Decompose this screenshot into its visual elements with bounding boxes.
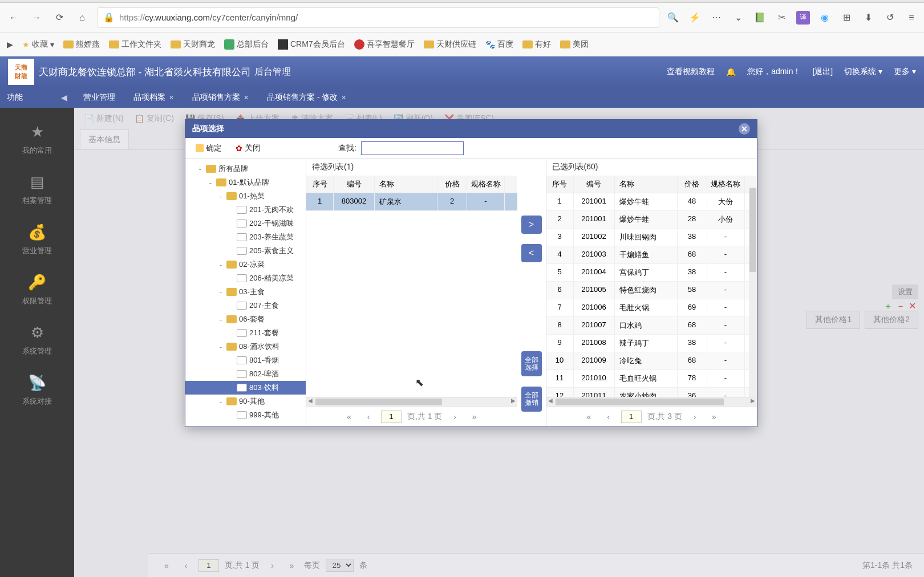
tab-item-archive[interactable]: 品项档案✕: [124, 87, 183, 108]
select-all-button[interactable]: 全部选择: [521, 351, 542, 376]
logout-link[interactable]: [退出]: [812, 67, 833, 77]
tree-node[interactable]: -01-默认品牌: [185, 176, 306, 189]
next-page[interactable]: ›: [688, 410, 702, 424]
move-left-button[interactable]: <: [521, 244, 542, 262]
tree-node[interactable]: 211-套餐: [185, 326, 306, 340]
table-row[interactable]: 8201007口水鸡68-: [546, 317, 757, 335]
tree-node[interactable]: 803-饮料: [185, 381, 306, 395]
sidebar-archive[interactable]: ▤档案管理: [0, 164, 74, 214]
more-icon[interactable]: ⋯: [710, 11, 723, 25]
reload-button[interactable]: ⟳: [51, 10, 67, 26]
more-dropdown[interactable]: 更多 ▾: [894, 67, 916, 77]
tab-business[interactable]: 营业管理: [74, 87, 124, 108]
table-row[interactable]: 2201001爆炒牛蛙28小份: [546, 211, 757, 229]
download-icon[interactable]: ⬇: [861, 11, 875, 25]
bookmark-item[interactable]: 天财供应链: [424, 39, 476, 50]
forward-button[interactable]: →: [29, 10, 44, 26]
table-row[interactable]: 6201005特色红烧肉58-: [546, 282, 757, 299]
tree-node[interactable]: -06-套餐: [185, 312, 306, 326]
move-right-button[interactable]: >: [521, 216, 542, 234]
close-icon[interactable]: ✕: [341, 94, 346, 101]
menu-icon[interactable]: ≡: [905, 11, 918, 25]
sidebar-system[interactable]: ⚙系统管理: [0, 314, 74, 364]
bookmark-item[interactable]: 总部后台: [224, 39, 269, 50]
undo-all-button[interactable]: 全部撤销: [521, 387, 542, 412]
sidebar-permission[interactable]: 🔑权限管理: [0, 264, 74, 314]
chevron-down-icon[interactable]: ⌄: [731, 11, 745, 25]
tree-node[interactable]: -08-酒水饮料: [185, 340, 306, 353]
ok-button[interactable]: 确定: [191, 141, 226, 156]
tree-node[interactable]: -90-其他: [185, 395, 306, 408]
home-button[interactable]: ⌂: [74, 10, 90, 26]
tree-node[interactable]: -03-主食: [185, 285, 306, 299]
table-row[interactable]: 5201004宫保鸡丁38-: [546, 264, 757, 282]
tree-node[interactable]: 205-素食主义: [185, 244, 306, 258]
tree-node[interactable]: 201-无肉不欢: [185, 203, 306, 217]
h-scrollbar[interactable]: ◀▶: [306, 397, 517, 406]
next-page[interactable]: ›: [448, 410, 461, 424]
tree-node[interactable]: 202-干锅滋味: [185, 217, 306, 230]
circle-icon[interactable]: ◉: [818, 11, 832, 25]
tree-node[interactable]: 999-其他: [185, 408, 306, 422]
bookmark-item[interactable]: 有好: [522, 39, 551, 50]
cancel-button[interactable]: ✿关闭: [231, 141, 265, 156]
bookmark-item[interactable]: 吾享智慧餐厅: [354, 39, 415, 50]
table-row[interactable]: 4201003干煸鳝鱼68-: [546, 246, 757, 264]
prev-page[interactable]: ‹: [362, 410, 375, 424]
tree-node[interactable]: 801-香烟: [185, 353, 306, 367]
video-tutorial-link[interactable]: 查看视频教程: [667, 67, 715, 77]
table-row[interactable]: 7201006毛肚火锅69-: [546, 299, 757, 317]
table-row[interactable]: 10201009冷吃兔68-: [546, 352, 757, 370]
modal-close-button[interactable]: ✕: [739, 123, 750, 135]
flash-icon[interactable]: ⚡: [688, 11, 702, 25]
tree-node[interactable]: -01-热菜: [185, 189, 306, 203]
tree-node[interactable]: 207-主食: [185, 299, 306, 312]
table-row[interactable]: 1803002矿泉水2-: [306, 193, 517, 211]
first-page[interactable]: «: [342, 410, 356, 424]
translate-icon[interactable]: 译: [796, 11, 810, 25]
table-row[interactable]: 11201010毛血旺火锅78-: [546, 370, 757, 388]
bookmark-item[interactable]: 工作文件夹: [109, 39, 161, 50]
function-button[interactable]: 功能◀: [0, 87, 74, 108]
bookmark-item[interactable]: CRM7会员后台: [278, 39, 345, 50]
apps-icon[interactable]: ⊞: [840, 11, 853, 25]
scissors-icon[interactable]: ✂: [775, 11, 788, 25]
close-icon[interactable]: ✕: [244, 94, 249, 101]
bookmark-favorites[interactable]: ★收藏 ▾: [22, 39, 54, 50]
table-row[interactable]: 9201008辣子鸡丁38-: [546, 335, 757, 352]
back-button[interactable]: ←: [6, 10, 22, 26]
last-page[interactable]: »: [467, 410, 481, 424]
bookmark-item[interactable]: 天财商龙: [171, 39, 215, 50]
h-scrollbar[interactable]: ◀▶: [546, 397, 757, 406]
tree-node[interactable]: 203-养生蔬菜: [185, 230, 306, 244]
search-input[interactable]: [361, 141, 464, 155]
tree-node[interactable]: -02-凉菜: [185, 258, 306, 271]
page-input[interactable]: [381, 411, 402, 423]
bell-icon[interactable]: 🔔: [726, 67, 736, 76]
first-page[interactable]: «: [582, 410, 596, 424]
table-row[interactable]: 12201011农家小炒肉36-: [546, 388, 757, 397]
tree-node[interactable]: 802-啤酒: [185, 367, 306, 381]
table-row[interactable]: 3201002川味回锅肉38-: [546, 229, 757, 246]
tree-node[interactable]: 206-精美凉菜: [185, 271, 306, 285]
bookmark-item[interactable]: 熊娇燕: [63, 39, 100, 50]
zoom-icon[interactable]: 🔍: [666, 11, 680, 25]
book-icon[interactable]: 📗: [753, 11, 767, 25]
tab-sales-plan[interactable]: 品项销售方案✕: [183, 87, 258, 108]
bookmarks-toggle[interactable]: ▶: [7, 40, 13, 49]
tree-node[interactable]: -所有品牌: [185, 162, 306, 176]
page-input[interactable]: [621, 411, 642, 423]
tab-sales-plan-edit[interactable]: 品项销售方案 - 修改✕: [258, 87, 355, 108]
sidebar-integration[interactable]: 📡系统对接: [0, 364, 74, 415]
table-row[interactable]: 1201001爆炒牛蛙48大份: [546, 193, 757, 211]
v-scrollbar[interactable]: [749, 187, 757, 397]
sidebar-business[interactable]: 💰营业管理: [0, 214, 74, 264]
address-bar[interactable]: 🔒 https://cy.wuuxiang.com/cy7center/cany…: [97, 7, 659, 28]
switch-system-dropdown[interactable]: 切换系统 ▾: [844, 67, 882, 77]
sidebar-favorites[interactable]: ★我的常用: [0, 113, 74, 164]
history-icon[interactable]: ↺: [883, 11, 897, 25]
prev-page[interactable]: ‹: [602, 410, 615, 424]
bookmark-item[interactable]: 🐾百度: [485, 39, 513, 50]
bookmark-item[interactable]: 美团: [560, 39, 589, 50]
last-page[interactable]: »: [707, 410, 721, 424]
